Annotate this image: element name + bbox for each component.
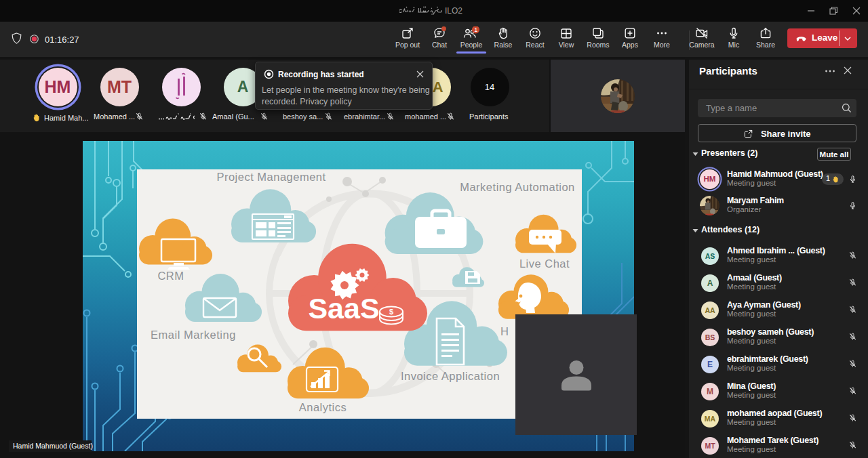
svg-text:CRM: CRM	[157, 270, 184, 282]
svg-text:SaaS: SaaS	[308, 292, 379, 325]
svg-text:Live Chat: Live Chat	[519, 257, 570, 270]
svg-text:ILO2: ILO2	[445, 6, 462, 16]
svg-text:Project Management: Project Management	[216, 171, 326, 183]
svg-text:Analytics: Analytics	[299, 401, 347, 413]
svg-text:Email Marketing: Email Marketing	[151, 329, 236, 341]
svg-text:H: H	[500, 325, 509, 337]
svg-text:Invoice Application: Invoice Application	[401, 370, 500, 382]
svg-text:1: 1	[474, 26, 477, 33]
svg-text:$: $	[389, 308, 393, 316]
svg-text:Marketing Automation: Marketing Automation	[460, 181, 575, 193]
